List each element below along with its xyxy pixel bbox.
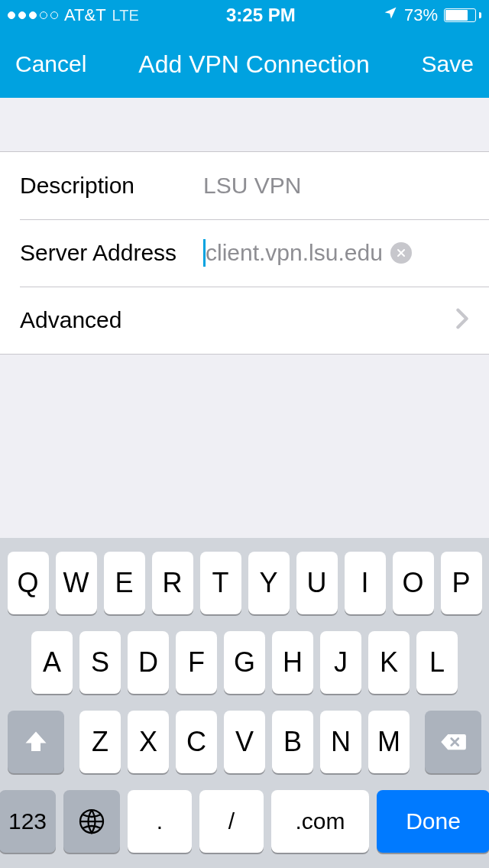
key-i[interactable]: I	[345, 552, 386, 614]
battery-percent: 73%	[404, 5, 438, 25]
key-g[interactable]: G	[224, 631, 265, 694]
slash-key[interactable]: /	[199, 790, 264, 853]
description-label: Description	[20, 173, 203, 199]
period-key[interactable]: .	[128, 790, 192, 853]
key-o[interactable]: O	[393, 552, 434, 614]
key-m[interactable]: M	[368, 711, 410, 773]
status-left: AT&T LTE	[8, 5, 139, 25]
key-z[interactable]: Z	[79, 711, 121, 773]
nav-bar: Cancel Add VPN Connection Save	[0, 31, 489, 98]
shift-icon	[22, 728, 50, 756]
status-right: 73%	[383, 5, 481, 25]
advanced-label: Advanced	[20, 307, 121, 333]
globe-key[interactable]	[63, 790, 120, 853]
key-e[interactable]: E	[104, 552, 145, 614]
key-x[interactable]: X	[128, 711, 169, 773]
done-key[interactable]: Done	[377, 790, 489, 853]
backspace-key[interactable]	[425, 711, 481, 773]
advanced-row[interactable]: Advanced	[0, 287, 489, 354]
numbers-key[interactable]: 123	[0, 790, 56, 853]
key-c[interactable]: C	[176, 711, 217, 773]
dotcom-key[interactable]: .com	[271, 790, 369, 853]
network-label: LTE	[112, 7, 139, 24]
key-p[interactable]: P	[441, 552, 482, 614]
location-icon	[383, 5, 398, 25]
keyboard: QWERTYUIOP ASDFGHJKL ZXCVBNM 123 . / .co…	[0, 538, 489, 868]
carrier-label: AT&T	[64, 5, 106, 25]
clear-text-button[interactable]	[390, 242, 412, 264]
key-d[interactable]: D	[128, 631, 169, 694]
key-b[interactable]: B	[272, 711, 313, 773]
status-bar: AT&T LTE 3:25 PM 73%	[0, 0, 489, 31]
key-l[interactable]: L	[416, 631, 458, 694]
content-area: Description LSU VPN Server Address clien…	[0, 98, 489, 355]
key-j[interactable]: J	[320, 631, 361, 694]
key-a[interactable]: A	[31, 631, 73, 694]
shift-key[interactable]	[8, 711, 64, 773]
key-r[interactable]: R	[152, 552, 193, 614]
server-field[interactable]: client.vpn.lsu.edu	[203, 239, 469, 267]
globe-icon	[78, 808, 105, 835]
x-icon	[397, 248, 406, 257]
backspace-icon	[439, 728, 467, 756]
save-button[interactable]: Save	[422, 51, 474, 77]
key-n[interactable]: N	[320, 711, 361, 773]
key-u[interactable]: U	[296, 552, 338, 614]
form-group: Description LSU VPN Server Address clien…	[0, 151, 489, 355]
description-field[interactable]: LSU VPN	[203, 173, 469, 199]
page-title: Add VPN Connection	[138, 50, 369, 79]
keyboard-row-1: QWERTYUIOP	[5, 552, 484, 614]
status-time: 3:25 PM	[226, 5, 296, 26]
keyboard-row-3: ZXCVBNM	[5, 711, 484, 773]
keyboard-row-2: ASDFGHJKL	[5, 631, 484, 694]
key-t[interactable]: T	[200, 552, 241, 614]
key-h[interactable]: H	[272, 631, 313, 694]
key-w[interactable]: W	[56, 552, 97, 614]
key-q[interactable]: Q	[8, 552, 49, 614]
description-row[interactable]: Description LSU VPN	[0, 152, 489, 219]
server-label: Server Address	[20, 240, 203, 266]
battery-icon	[444, 8, 481, 22]
key-k[interactable]: K	[368, 631, 410, 694]
key-y[interactable]: Y	[248, 552, 290, 614]
key-f[interactable]: F	[176, 631, 217, 694]
chevron-right-icon	[455, 308, 469, 332]
cancel-button[interactable]: Cancel	[15, 51, 86, 77]
key-v[interactable]: V	[224, 711, 265, 773]
key-s[interactable]: S	[79, 631, 121, 694]
signal-dots-icon	[8, 11, 58, 19]
keyboard-row-4: 123 . / .com Done	[5, 790, 484, 853]
server-row[interactable]: Server Address client.vpn.lsu.edu	[0, 219, 489, 287]
server-value-text: client.vpn.lsu.edu	[206, 240, 383, 266]
